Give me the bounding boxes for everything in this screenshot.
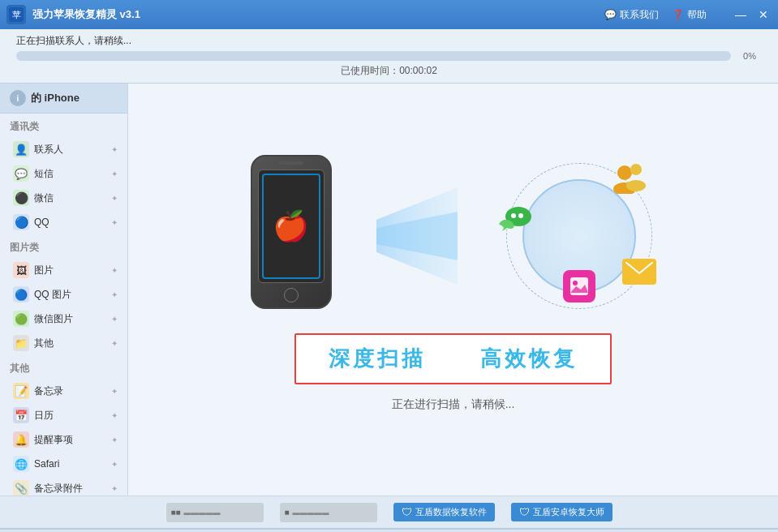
minimize-button[interactable]: —: [733, 6, 749, 23]
qq-photos-icon: 🔵: [13, 286, 29, 302]
data-icons-group: [498, 155, 660, 317]
shield-icon-2: 🛡: [519, 506, 530, 518]
sidebar-item-contacts[interactable]: 👤 联系人 ✦: [0, 137, 127, 161]
section-label-other: 其他: [0, 355, 127, 379]
arrow-icon: ✦: [111, 194, 118, 203]
arrow-icon: ✦: [111, 315, 118, 324]
device-label: 的 iPhone: [31, 91, 80, 105]
other-photos-label: 其他: [34, 337, 106, 350]
section-label-photos: 图片类: [0, 234, 127, 258]
promo-label-2: 互盾安卓恢复大师: [533, 506, 604, 518]
scan-label: 正在扫描联系人，请稍续...: [16, 34, 762, 48]
scan-beam: [368, 155, 466, 317]
svg-text:苹: 苹: [12, 10, 21, 19]
arrow-icon: ✦: [111, 290, 118, 299]
notes-attach-label: 备忘录附件: [34, 482, 106, 496]
sidebar-item-notes-attachments[interactable]: 📎 备忘录附件 ✦: [0, 476, 127, 496]
footer-bar: 返回主界面 导出选中记录 导出全部记录: [0, 528, 778, 532]
photos-label: 图片: [34, 264, 106, 277]
people-icon: [610, 161, 652, 194]
sidebar-item-photos[interactable]: 🖼 图片 ✦: [0, 258, 127, 282]
promo-label-1: 互盾数据恢复软件: [415, 506, 487, 518]
contacts-label: 联系人: [34, 143, 106, 157]
sidebar-item-calendar[interactable]: 📅 日历 ✦: [0, 403, 127, 427]
content-area: 🍎: [128, 84, 778, 496]
qq-icon: 🔵: [13, 214, 29, 230]
wechat-label: 微信: [34, 191, 106, 205]
promo-button-2[interactable]: 🛡 互盾安卓恢复大师: [511, 503, 613, 521]
device-header: i 的 iPhone: [0, 84, 127, 114]
sidebar-item-sms[interactable]: 💬 短信 ✦: [0, 161, 127, 186]
phone-graphic: 🍎: [247, 155, 336, 317]
reminders-icon: 🔔: [13, 431, 29, 448]
arrow-icon: ✦: [111, 435, 118, 444]
promo-logo-1: ■■ ▬▬▬▬▬: [166, 503, 264, 522]
section-label-comm: 通讯类: [0, 114, 127, 137]
title-bar: 苹 强力苹果恢复精灵 v3.1 💬 联系我们 ❓ 帮助 — ✕: [0, 0, 778, 29]
sidebar-item-qq-photos[interactable]: 🔵 QQ 图片 ✦: [0, 282, 127, 307]
arrow-icon: ✦: [111, 484, 118, 493]
other-photos-icon: 📁: [13, 335, 29, 351]
title-bar-actions: 💬 联系我们 ❓ 帮助 — ✕: [604, 6, 772, 23]
progress-percent: 0%: [737, 51, 762, 61]
arrow-icon: ✦: [111, 218, 118, 227]
scan-illustration: 🍎: [247, 155, 660, 317]
sms-label: 短信: [34, 167, 106, 181]
svg-point-5: [630, 164, 642, 175]
tagline-part1: 深度扫描: [329, 346, 426, 371]
promo-button-1[interactable]: 🛡 互盾数据恢复软件: [393, 503, 495, 521]
beam-svg: [368, 155, 466, 317]
home-button: [284, 288, 299, 302]
progress-time: 已使用时间：00:00:02: [16, 64, 762, 78]
notes-icon: 📝: [13, 383, 29, 399]
image-icon: [563, 270, 595, 302]
promo-bar: ■■ ▬▬▬▬▬ ■ ▬▬▬▬▬ 🛡 互盾数据恢复软件 🛡 互盾安卓恢复大师: [0, 496, 778, 528]
wechat-bubble-icon: [494, 204, 535, 238]
sidebar-item-reminders[interactable]: 🔔 提醒事项 ✦: [0, 427, 127, 452]
phone-speaker: [279, 161, 303, 165]
main-layout: i 的 iPhone 通讯类 👤 联系人 ✦ 💬 短信 ✦ ⚫ 微信 ✦ 🔵 Q…: [0, 84, 778, 496]
sidebar-item-notes[interactable]: 📝 备忘录 ✦: [0, 379, 127, 403]
notes-label: 备忘录: [34, 384, 106, 398]
calendar-icon: 📅: [13, 407, 29, 423]
photos-icon: 🖼: [13, 262, 29, 278]
phone-body: 🍎: [251, 155, 332, 309]
arrow-icon: ✦: [111, 266, 118, 275]
svg-point-4: [617, 165, 632, 180]
arrow-icon: ✦: [111, 387, 118, 396]
svg-point-10: [518, 213, 523, 218]
qq-label: QQ: [34, 217, 106, 228]
svg-point-14: [573, 281, 578, 285]
contact-us-button[interactable]: 💬 联系我们: [604, 8, 659, 22]
tagline-text: 深度扫描 高效恢复: [329, 346, 578, 371]
safari-label: Safari: [34, 458, 106, 470]
contacts-icon: 👤: [13, 141, 29, 157]
apple-logo: 🍎: [273, 209, 309, 243]
sidebar-item-other-photos[interactable]: 📁 其他 ✦: [0, 331, 127, 355]
app-logo: 苹: [6, 5, 26, 24]
tagline-box: 深度扫描 高效恢复: [294, 333, 612, 384]
help-label: 帮助: [687, 8, 707, 22]
sidebar-item-safari[interactable]: 🌐 Safari ✦: [0, 452, 127, 476]
qq-photos-label: QQ 图片: [34, 288, 106, 302]
phone-screen: 🍎: [258, 169, 325, 283]
wechat-icon: ⚫: [13, 190, 29, 206]
avatar: i: [10, 90, 26, 106]
arrow-icon: ✦: [111, 169, 118, 178]
scan-status-text: 正在进行扫描，请稍候...: [392, 397, 515, 412]
sidebar-item-wechat[interactable]: ⚫ 微信 ✦: [0, 186, 127, 210]
email-icon: [622, 259, 656, 285]
notes-attach-icon: 📎: [13, 480, 29, 496]
contact-us-label: 联系我们: [620, 8, 659, 22]
close-button[interactable]: ✕: [755, 6, 772, 23]
promo-logo-2: ■ ▬▬▬▬▬: [280, 503, 377, 522]
tagline-part2: 高效恢复: [480, 346, 578, 371]
shield-icon-1: 🛡: [402, 506, 412, 518]
help-button[interactable]: ❓ 帮助: [672, 8, 707, 22]
svg-point-7: [626, 180, 646, 191]
progress-area: 正在扫描联系人，请稍续... 0% 已使用时间：00:00:02: [0, 29, 778, 84]
sms-icon: 💬: [13, 165, 29, 182]
sidebar-item-wechat-photos[interactable]: 🟢 微信图片 ✦: [0, 307, 127, 331]
sidebar-item-qq[interactable]: 🔵 QQ ✦: [0, 210, 127, 234]
svg-point-9: [511, 213, 516, 218]
